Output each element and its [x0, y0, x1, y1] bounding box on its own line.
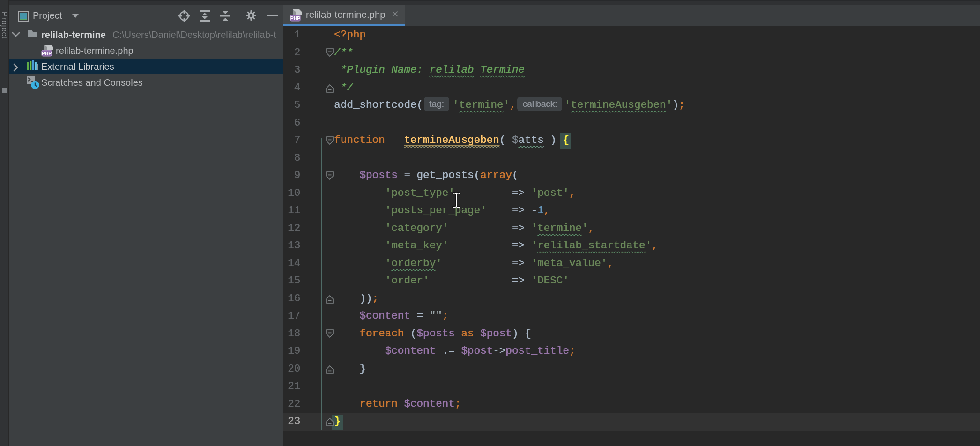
svg-text:PHP: PHP — [290, 15, 301, 21]
svg-text:PHP: PHP — [42, 51, 52, 56]
